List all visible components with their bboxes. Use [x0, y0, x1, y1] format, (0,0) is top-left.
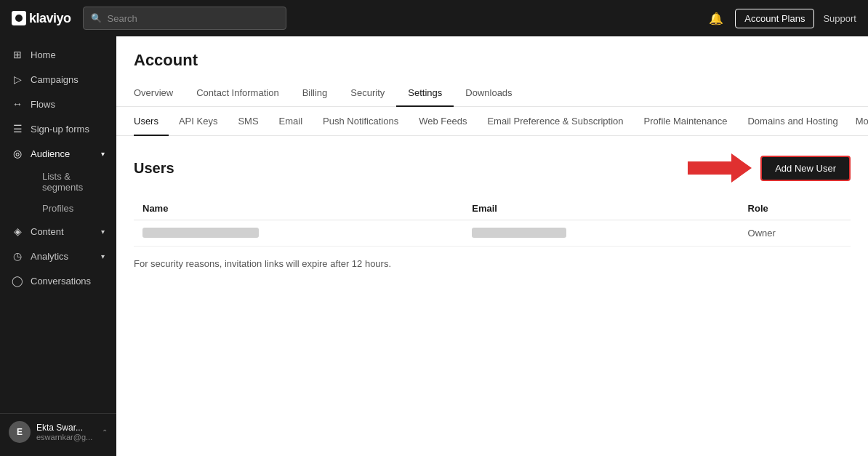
red-arrow-indicator	[688, 153, 752, 183]
sub-tab-domains-hosting[interactable]: Domains and Hosting	[737, 107, 848, 136]
users-section: Users Add New User Name Email Role	[116, 136, 868, 456]
tab-settings[interactable]: Settings	[396, 81, 454, 107]
sidebar-item-label: Sign-up forms	[31, 124, 89, 135]
sub-tab-web-feeds[interactable]: Web Feeds	[409, 107, 477, 136]
sidebar-item-label: Home	[31, 49, 56, 60]
content-area: Account Overview Contact Information Bil…	[116, 36, 868, 456]
sidebar-item-audience[interactable]: ◎ Audience ▾	[0, 141, 116, 166]
sidebar-item-label: Audience	[31, 148, 70, 159]
chevron-down-icon: ▾	[101, 252, 105, 260]
campaigns-icon: ▷	[12, 73, 23, 85]
main-layout: ⊞ Home ▷ Campaigns ↔ Flows ☰ Sign-up for…	[0, 36, 868, 456]
user-chevron-icon: ⌃	[102, 428, 108, 436]
content-icon: ◈	[12, 225, 23, 237]
column-header-role: Role	[739, 197, 851, 220]
audience-icon: ◎	[12, 148, 23, 159]
signup-forms-icon: ☰	[12, 123, 23, 135]
blurred-name	[142, 228, 259, 238]
user-name-cell	[134, 220, 463, 247]
tab-overview[interactable]: Overview	[134, 81, 185, 107]
tab-contact-info[interactable]: Contact Information	[185, 81, 290, 107]
sidebar-item-label: Content	[31, 226, 64, 237]
table-row: Owner	[134, 220, 851, 247]
audience-submenu: Lists & segments Profiles	[0, 166, 116, 219]
sidebar-item-label: Flows	[31, 99, 55, 110]
sidebar-item-label: Campaigns	[31, 74, 79, 85]
user-email-cell	[463, 220, 739, 247]
sub-tab-users[interactable]: Users	[134, 107, 169, 136]
tab-security[interactable]: Security	[339, 81, 396, 107]
logo-text: klaviyo	[29, 11, 71, 26]
conversations-icon: ◯	[12, 275, 23, 287]
lists-segments-label: Lists & segments	[42, 171, 83, 193]
support-button[interactable]: Support	[823, 13, 856, 24]
nav-right: 🔔 Account Plans Support	[706, 9, 856, 28]
sub-tab-more[interactable]: More ▾	[848, 107, 868, 135]
user-role-cell: Owner	[739, 220, 851, 247]
arrow-head	[731, 153, 752, 183]
add-user-wrapper: Add New User	[688, 153, 851, 183]
users-section-title: Users	[134, 160, 174, 177]
table-header-row: Name Email Role	[134, 197, 851, 220]
sidebar-item-analytics[interactable]: ◷ Analytics ▾	[0, 244, 116, 268]
sidebar-item-flows[interactable]: ↔ Flows	[0, 92, 116, 116]
notifications-button[interactable]: 🔔	[706, 9, 726, 28]
user-info: Ekta Swar... eswarnkar@g...	[36, 423, 96, 441]
arrow-shaft	[688, 161, 731, 175]
sidebar-item-home[interactable]: ⊞ Home	[0, 42, 116, 67]
sub-tab-sms[interactable]: SMS	[228, 107, 268, 136]
sidebar-item-label: Analytics	[31, 251, 68, 262]
column-header-name: Name	[134, 197, 463, 220]
sidebar-item-signup-forms[interactable]: ☰ Sign-up forms	[0, 116, 116, 141]
sub-tab-email[interactable]: Email	[269, 107, 313, 136]
avatar: E	[9, 421, 31, 443]
add-new-user-button[interactable]: Add New User	[760, 156, 851, 181]
top-tabs: Overview Contact Information Billing Sec…	[134, 81, 851, 106]
security-note: For security reasons, invitation links w…	[134, 258, 851, 269]
sidebar-item-lists-segments[interactable]: Lists & segments	[31, 166, 116, 198]
column-header-email: Email	[463, 197, 739, 220]
user-name: Ekta Swar...	[36, 423, 96, 433]
content-header: Account Overview Contact Information Bil…	[116, 36, 868, 107]
sub-tab-api-keys[interactable]: API Keys	[169, 107, 228, 136]
logo-icon	[12, 11, 26, 25]
top-navigation: klaviyo 🔍 🔔 Account Plans Support	[0, 0, 868, 36]
sidebar-item-conversations[interactable]: ◯ Conversations	[0, 268, 116, 293]
tab-downloads[interactable]: Downloads	[454, 81, 523, 107]
search-bar[interactable]: 🔍	[83, 7, 286, 30]
page-title: Account	[134, 51, 851, 70]
sub-tab-push-notifications[interactable]: Push Notifications	[313, 107, 409, 136]
logo[interactable]: klaviyo	[12, 11, 71, 26]
users-header: Users Add New User	[134, 153, 851, 183]
tab-billing[interactable]: Billing	[291, 81, 339, 107]
sub-tabs-bar: Users API Keys SMS Email Push Notificati…	[116, 107, 868, 136]
sidebar: ⊞ Home ▷ Campaigns ↔ Flows ☰ Sign-up for…	[0, 36, 116, 456]
account-plans-button[interactable]: Account Plans	[735, 9, 814, 28]
user-menu[interactable]: E Ekta Swar... eswarnkar@g... ⌃	[0, 413, 116, 450]
sidebar-item-profiles[interactable]: Profiles	[31, 198, 116, 219]
sidebar-item-label: Conversations	[31, 276, 91, 287]
sub-tab-profile-maintenance[interactable]: Profile Maintenance	[634, 107, 738, 136]
chevron-down-icon: ▾	[101, 150, 105, 158]
analytics-icon: ◷	[12, 250, 23, 262]
sub-tab-email-preference[interactable]: Email Preference & Subscription	[477, 107, 633, 136]
blurred-email	[472, 228, 566, 238]
user-email: eswarnkar@g...	[36, 433, 96, 441]
search-input[interactable]	[108, 13, 278, 24]
search-icon: 🔍	[91, 13, 102, 23]
chevron-down-icon: ▾	[101, 228, 105, 236]
sidebar-item-content[interactable]: ◈ Content ▾	[0, 219, 116, 244]
sidebar-item-campaigns[interactable]: ▷ Campaigns	[0, 67, 116, 92]
home-icon: ⊞	[12, 49, 23, 60]
flows-icon: ↔	[12, 98, 23, 110]
profiles-label: Profiles	[42, 203, 73, 214]
sidebar-spacer	[0, 293, 116, 413]
users-table: Name Email Role	[134, 197, 851, 247]
